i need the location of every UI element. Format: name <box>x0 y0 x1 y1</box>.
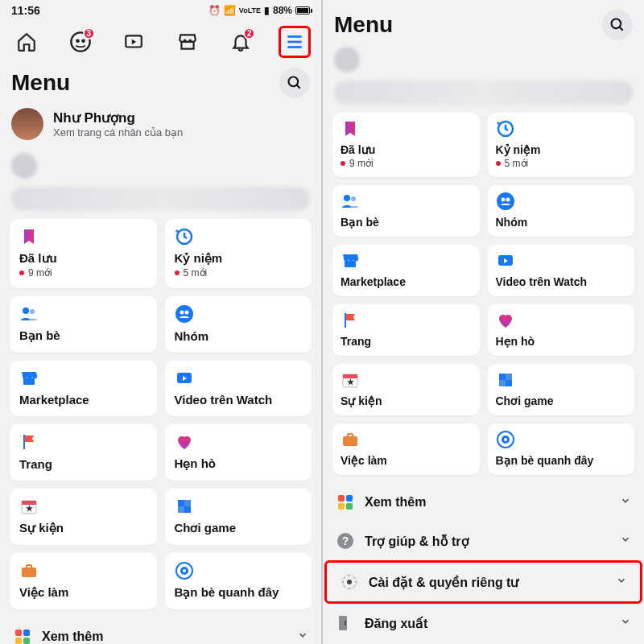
row-settings[interactable]: Cài đặt & quyền riêng tư <box>324 560 642 604</box>
blurred-item <box>11 153 37 179</box>
row-label: Xem thêm <box>365 495 610 510</box>
shortcut-flag[interactable]: Trang <box>332 304 480 356</box>
status-bar: 11:56 ⏰ 📶 VoLTE ▮ 88% <box>0 0 321 21</box>
chevron-down-icon <box>620 534 631 548</box>
svg-text:★: ★ <box>26 504 33 513</box>
shortcut-group[interactable]: Nhóm <box>488 185 635 237</box>
svg-rect-28 <box>23 630 30 636</box>
shortcut-label: Trang <box>341 335 472 348</box>
shortcut-label: Sự kiện <box>19 521 147 535</box>
row-more[interactable]: Xem thêm <box>323 483 644 522</box>
shortcut-heart[interactable]: Hẹn hò <box>488 304 635 356</box>
shortcut-shop[interactable]: Marketplace <box>332 245 480 296</box>
shortcut-bookmark[interactable]: Đã lưu9 mới <box>10 219 157 288</box>
group-icon <box>175 304 194 324</box>
shortcut-game[interactable]: Chơi game <box>488 364 635 415</box>
svg-point-1 <box>76 39 80 43</box>
tab-friends[interactable]: 3 <box>64 26 97 58</box>
svg-rect-52 <box>338 503 345 510</box>
battery-pct: 88% <box>273 5 292 16</box>
shortcut-flag[interactable]: Trang <box>10 424 157 481</box>
shortcut-label: Đã lưu <box>19 251 147 266</box>
tab-watch[interactable] <box>118 26 150 58</box>
search-button[interactable] <box>279 68 310 98</box>
tab-home[interactable] <box>10 26 43 58</box>
row-logout[interactable]: Đăng xuất <box>323 604 644 642</box>
menu-rows: Xem thêm <box>0 617 321 644</box>
shortcut-friends[interactable]: Bạn bè <box>332 185 480 237</box>
flag-icon <box>19 432 39 452</box>
row-label: Đăng xuất <box>365 616 610 631</box>
svg-point-37 <box>501 198 505 202</box>
shortcut-watch[interactable]: Video trên Watch <box>165 361 312 416</box>
shortcut-clock[interactable]: Kỷ niệm5 mới <box>165 219 312 288</box>
svg-point-12 <box>30 309 35 314</box>
watch-icon <box>496 251 515 270</box>
alarm-icon: ⏰ <box>208 5 221 16</box>
shortcut-group[interactable]: Nhóm <box>165 296 312 353</box>
shortcut-nearby[interactable]: Bạn bè quanh đây <box>165 553 312 609</box>
more-icon <box>336 493 355 512</box>
svg-point-34 <box>344 195 350 201</box>
nearby-icon <box>496 430 515 449</box>
svg-point-11 <box>23 308 29 314</box>
svg-rect-46 <box>348 434 353 437</box>
friends-badge: 3 <box>83 27 95 39</box>
shortcut-job[interactable]: Việc làm <box>10 553 157 609</box>
shortcut-label: Kỷ niệm <box>496 143 627 156</box>
chevron-down-icon <box>297 630 308 644</box>
event-icon: ★ <box>341 370 360 390</box>
row-label: Xem thêm <box>42 630 287 644</box>
signal-icon: ▮ <box>264 5 270 16</box>
search-button[interactable] <box>602 10 633 40</box>
flag-icon <box>341 311 360 330</box>
shortcuts-grid: Đã lưu9 mớiKỷ niệm5 mớiBạn bèNhómMarketp… <box>0 219 321 609</box>
more-icon <box>13 627 32 644</box>
svg-rect-59 <box>345 621 346 625</box>
job-icon <box>341 430 360 449</box>
battery-icon <box>295 6 310 14</box>
tab-notifications[interactable]: 2 <box>225 26 257 58</box>
left-pane: 11:56 ⏰ 📶 VoLTE ▮ 88% 3 2 <box>0 0 323 644</box>
shortcut-label: Nhóm <box>496 216 627 229</box>
shortcut-label: Đã lưu <box>341 143 472 156</box>
blurred-row <box>334 80 633 105</box>
shortcut-shop[interactable]: Marketplace <box>10 361 157 416</box>
logout-icon <box>336 613 355 633</box>
friends-icon <box>341 192 360 211</box>
tab-marketplace[interactable] <box>171 26 204 58</box>
shortcut-label: Video trên Watch <box>175 393 303 407</box>
lte-icon: VoLTE <box>239 6 261 14</box>
svg-rect-50 <box>338 495 345 502</box>
shortcut-bookmark[interactable]: Đã lưu9 mới <box>332 113 480 177</box>
svg-point-15 <box>184 311 188 315</box>
shortcut-job[interactable]: Việc làm <box>332 423 480 475</box>
shortcut-label: Marketplace <box>341 275 472 288</box>
shortcut-heart[interactable]: Hẹn hò <box>165 424 312 481</box>
row-help[interactable]: ?Trợ giúp & hỗ trợ <box>323 522 644 560</box>
svg-rect-29 <box>15 638 22 644</box>
svg-point-26 <box>183 569 186 572</box>
event-icon: ★ <box>19 497 39 516</box>
svg-text:?: ? <box>342 535 349 547</box>
shortcut-label: Marketplace <box>19 393 147 407</box>
shortcut-label: Chơi game <box>175 521 303 535</box>
shortcut-friends[interactable]: Bạn bè <box>10 296 157 353</box>
game-icon <box>496 370 515 390</box>
svg-rect-16 <box>23 378 35 385</box>
row-more[interactable]: Xem thêm <box>0 617 321 644</box>
menu-header: Menu <box>323 0 644 42</box>
shortcut-event[interactable]: ★Sự kiện <box>332 364 480 415</box>
shortcut-game[interactable]: Chơi game <box>165 489 312 545</box>
profile-row[interactable]: Như Phượng Xem trang cá nhân của bạn <box>0 100 321 148</box>
svg-point-56 <box>347 580 352 584</box>
row-label: Cài đặt & quyền riêng tư <box>369 575 606 590</box>
svg-rect-53 <box>346 503 353 510</box>
shortcut-watch[interactable]: Video trên Watch <box>488 245 635 296</box>
shortcut-clock[interactable]: Kỷ niệm5 mới <box>488 113 635 177</box>
shortcut-event[interactable]: ★Sự kiện <box>10 489 157 545</box>
chevron-down-icon <box>620 495 631 510</box>
avatar <box>11 108 43 140</box>
tab-menu[interactable] <box>279 26 311 58</box>
shortcut-nearby[interactable]: Bạn bè quanh đây <box>488 423 635 475</box>
